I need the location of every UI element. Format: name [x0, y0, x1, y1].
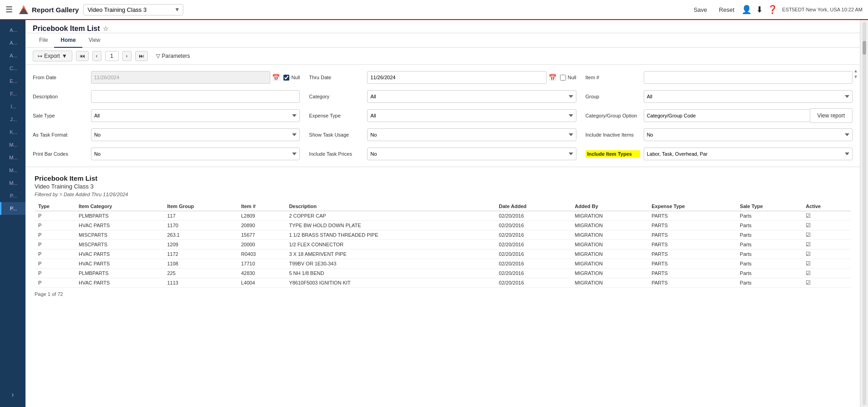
sidebar-item-m2[interactable]: M... — [0, 151, 25, 164]
export-dropdown-icon: ▼ — [62, 53, 67, 59]
print-bar-codes-select[interactable]: No Yes — [91, 148, 300, 160]
thru-date-null-checkbox[interactable] — [560, 75, 566, 81]
cell-sale-type: Parts — [736, 278, 802, 288]
cell-active: ☑ — [802, 221, 851, 230]
sidebar-item-m3[interactable]: M... — [0, 164, 25, 177]
sidebar-item-e[interactable]: E... — [0, 75, 25, 87]
cell-item-category: PLMBPARTS — [75, 269, 164, 278]
topbar-icons: 👤 ⬇ ❓ — [742, 5, 777, 15]
tab-home[interactable]: Home — [54, 33, 82, 48]
sidebar-item-m1[interactable]: M... — [0, 138, 25, 151]
sidebar-item-k[interactable]: K... — [0, 126, 25, 138]
category-select[interactable]: All — [367, 90, 576, 103]
cell-active: ☑ — [802, 278, 851, 288]
cell-item-category: HVAC PARTS — [75, 249, 164, 259]
thru-date-input-wrapper: 📅 — [367, 71, 556, 84]
sale-type-select[interactable]: All — [91, 109, 300, 122]
cell-type: P — [35, 269, 75, 278]
save-button[interactable]: Save — [691, 5, 710, 14]
page-next-button[interactable]: › — [122, 51, 131, 61]
as-task-format-select[interactable]: No Yes — [91, 128, 300, 141]
report-filter-info: Filtered by = Date Added Thru 11/26/2024 — [35, 192, 851, 197]
from-date-calendar-icon[interactable]: 📅 — [272, 74, 280, 81]
thru-date-calendar-icon[interactable]: 📅 — [549, 74, 556, 81]
cell-item-category: HVAC PARTS — [75, 278, 164, 288]
parameters-button[interactable]: ▽ Parameters — [151, 51, 195, 61]
sidebar-item-a1[interactable]: A... — [0, 24, 25, 36]
report-title-select-wrapper: Video Training Class 3 Video Training Cl… — [83, 4, 183, 15]
cell-sale-type: Parts — [736, 249, 802, 259]
view-report-button[interactable]: View report — [810, 108, 853, 123]
cell-item-group: 1170 — [163, 221, 237, 230]
cell-added-by: MIGRATION — [571, 259, 648, 269]
sidebar-item-m4[interactable]: M... — [0, 177, 25, 189]
scroll-down-icon[interactable]: ▼ — [853, 74, 858, 79]
tab-file[interactable]: File — [33, 33, 54, 48]
cell-date-added: 02/20/2016 — [495, 269, 571, 278]
cell-added-by: MIGRATION — [571, 221, 648, 230]
hamburger-menu-icon[interactable]: ☰ — [5, 5, 13, 15]
thru-date-input[interactable] — [367, 71, 546, 84]
download-icon[interactable]: ⬇ — [756, 5, 763, 15]
show-task-usage-select[interactable]: No Yes — [367, 128, 576, 141]
cell-item-category: PLMBPARTS — [75, 211, 164, 221]
sidebar-item-c[interactable]: C... — [0, 62, 25, 75]
sidebar-expand-button[interactable]: › — [0, 386, 25, 403]
favorite-star-icon[interactable]: ☆ — [103, 25, 109, 32]
cell-type: P — [35, 221, 75, 230]
sidebar-item-p1[interactable]: P... — [0, 189, 25, 202]
data-table: Type Item Category Item Group Item # Des… — [35, 202, 851, 288]
cell-item-group: 1172 — [163, 249, 237, 259]
help-icon[interactable]: ❓ — [767, 5, 777, 15]
user-icon[interactable]: 👤 — [742, 5, 752, 15]
cell-item-category: MISCPARTS — [75, 230, 164, 240]
cell-item-group: 1209 — [163, 240, 237, 249]
sidebar-item-a2[interactable]: A... — [0, 36, 25, 49]
cell-item-num: 20890 — [237, 221, 285, 230]
include-inactive-select[interactable]: No Yes — [644, 128, 853, 141]
sidebar-item-f[interactable]: F... — [0, 87, 25, 100]
cell-item-group: 225 — [163, 269, 237, 278]
cell-item-num: 42830 — [237, 269, 285, 278]
logo-icon — [17, 3, 30, 16]
sidebar-item-p2[interactable]: P... — [0, 202, 25, 215]
sidebar-item-j[interactable]: J... — [0, 113, 25, 126]
sidebar-item-a3[interactable]: A... — [0, 49, 25, 62]
cell-sale-type: Parts — [736, 269, 802, 278]
include-task-prices-select[interactable]: No Yes — [367, 148, 576, 160]
table-row: P PLMBPARTS 117 L2809 2 COPPER CAP 02/20… — [35, 211, 851, 221]
cell-added-by: MIGRATION — [571, 230, 648, 240]
toolbar: ↦ Export ▼ ⏮ ‹ 1 › ⏭ ▽ Parameters — [25, 48, 860, 65]
cell-expense-type: PARTS — [648, 269, 736, 278]
reset-button[interactable]: Reset — [716, 5, 737, 14]
scroll-up-icon[interactable]: ▲ — [853, 68, 858, 73]
report-title-select[interactable]: Video Training Class 3 Video Training Cl… — [83, 4, 183, 15]
cell-type: P — [35, 249, 75, 259]
table-row: P HVAC PARTS 1113 L4004 Y8610F5003 IGNIT… — [35, 278, 851, 288]
description-input[interactable] — [91, 90, 300, 103]
expense-type-select[interactable]: All — [367, 109, 576, 122]
include-item-types-select[interactable]: Labor, Task, Overhead, Par — [644, 148, 853, 160]
page-last-button[interactable]: ⏭ — [135, 51, 148, 61]
cell-description: 5 NH 1/8 BEND — [285, 269, 495, 278]
cell-item-category: MISCPARTS — [75, 240, 164, 249]
export-button[interactable]: ↦ Export ▼ — [33, 51, 72, 61]
group-select[interactable]: All — [644, 90, 853, 103]
from-date-null-checkbox[interactable] — [283, 75, 289, 81]
cell-type: P — [35, 259, 75, 269]
report-title: Pricebook Item List ☆ — [33, 25, 109, 33]
col-expense-type: Expense Type — [648, 202, 736, 211]
vertical-scrollbar-thumb[interactable] — [863, 41, 866, 55]
cell-description: T99BV OR 1E30-343 — [285, 259, 495, 269]
report-header: Pricebook Item List ☆ — [25, 20, 860, 33]
vertical-scrollbar-track[interactable] — [863, 22, 866, 405]
tab-view[interactable]: View — [82, 33, 107, 48]
page-first-button[interactable]: ⏮ — [76, 51, 89, 61]
page-prev-button[interactable]: ‹ — [92, 51, 101, 61]
cell-added-by: MIGRATION — [571, 269, 648, 278]
from-date-input[interactable] — [91, 71, 270, 84]
description-row: Description — [33, 89, 300, 104]
app-name: Report Gallery — [32, 6, 79, 14]
sidebar-item-i[interactable]: I... — [0, 100, 25, 113]
item-num-input[interactable] — [644, 71, 853, 84]
